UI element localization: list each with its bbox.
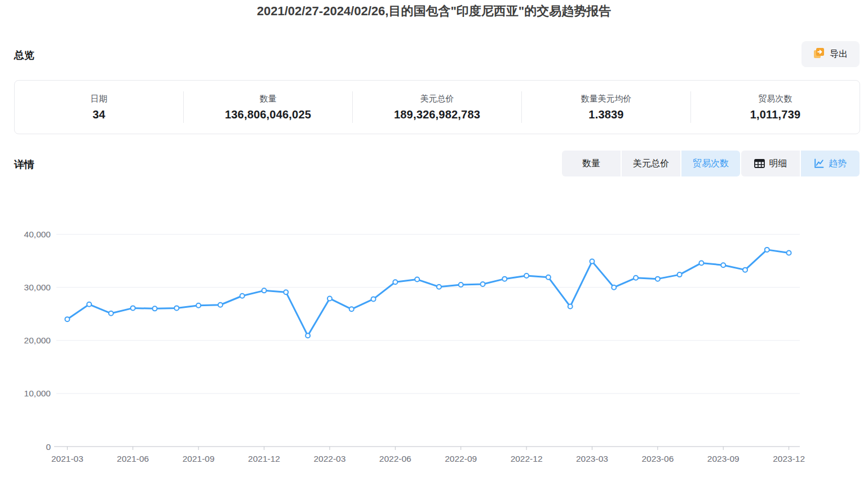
data-point[interactable] <box>109 311 113 316</box>
export-file-icon <box>813 47 825 61</box>
data-point[interactable] <box>677 272 682 277</box>
data-point[interactable] <box>196 303 201 308</box>
data-point[interactable] <box>524 273 529 278</box>
svg-text:2022-06: 2022-06 <box>379 454 411 463</box>
svg-text:2021-12: 2021-12 <box>248 454 280 463</box>
data-point[interactable] <box>699 260 703 265</box>
view-detail-button[interactable]: 明细 <box>741 151 800 176</box>
stat-avg-usd-price: 数量美元均价 1.3839 <box>522 94 690 121</box>
stat-label: 数量美元均价 <box>581 94 632 104</box>
export-button[interactable]: 导出 <box>801 41 860 67</box>
data-point[interactable] <box>371 297 376 301</box>
stat-value: 136,806,046,025 <box>225 108 311 121</box>
tab-quantity[interactable]: 数量 <box>562 151 621 176</box>
stat-label: 美元总价 <box>420 94 454 104</box>
data-point[interactable] <box>502 277 507 281</box>
svg-text:2023-09: 2023-09 <box>707 454 739 463</box>
tab-trade-count[interactable]: 贸易次数 <box>681 151 740 176</box>
view-trend-label: 趋势 <box>829 158 847 170</box>
data-point[interactable] <box>721 263 725 267</box>
stat-value: 34 <box>92 108 105 121</box>
svg-text:2023-03: 2023-03 <box>576 454 608 463</box>
data-point[interactable] <box>174 306 179 310</box>
stat-label: 数量 <box>260 94 277 104</box>
svg-text:2023-12: 2023-12 <box>773 454 805 463</box>
details-heading: 详情 <box>14 158 34 171</box>
data-point[interactable] <box>612 285 616 290</box>
svg-text:2022-12: 2022-12 <box>511 454 543 463</box>
svg-text:2022-03: 2022-03 <box>313 454 346 463</box>
y-axis-labels: 010,00020,00030,00040,000 <box>24 229 51 451</box>
svg-text:0: 0 <box>46 442 51 452</box>
svg-text:2022-09: 2022-09 <box>445 454 477 463</box>
data-points[interactable] <box>65 248 791 338</box>
stat-value: 1,011,739 <box>750 108 801 121</box>
overview-heading: 总览 <box>14 48 34 62</box>
data-point[interactable] <box>568 304 573 309</box>
tab-usd-total[interactable]: 美元总价 <box>622 151 680 176</box>
trend-chart-icon <box>814 158 824 169</box>
stat-value: 189,326,982,783 <box>394 108 480 121</box>
view-detail-label: 明细 <box>769 158 787 170</box>
stat-label: 贸易次数 <box>759 94 792 104</box>
data-point[interactable] <box>787 251 791 255</box>
overview-card: 日期 34 数量 136,806,046,025 美元总价 189,326,98… <box>14 80 860 134</box>
view-tab-group: 明细 趋势 <box>741 151 860 176</box>
data-point[interactable] <box>765 248 769 252</box>
data-point[interactable] <box>459 282 463 287</box>
data-point[interactable] <box>153 306 157 311</box>
view-trend-button[interactable]: 趋势 <box>801 151 860 176</box>
data-point[interactable] <box>327 296 332 301</box>
trade-trend-report-page: 2021/02/27-2024/02/26,目的国包含"印度尼西亚"的交易趋势报… <box>0 0 868 477</box>
svg-text:2021-09: 2021-09 <box>183 454 215 463</box>
trend-line <box>67 250 789 335</box>
data-point[interactable] <box>131 306 135 310</box>
trend-chart[interactable]: 010,00020,00030,00040,0002021-032021-062… <box>0 209 868 477</box>
svg-text:2021-06: 2021-06 <box>117 454 149 463</box>
svg-text:30,000: 30,000 <box>24 282 51 292</box>
trend-chart-svg[interactable]: 010,00020,00030,00040,0002021-032021-062… <box>0 209 868 477</box>
y-gridlines <box>56 235 800 394</box>
svg-text:2021-03: 2021-03 <box>51 454 83 463</box>
data-point[interactable] <box>415 277 419 282</box>
stat-quantity: 数量 136,806,046,025 <box>184 94 352 121</box>
x-axis-labels: 2021-032021-062021-092021-122022-032022-… <box>51 447 805 463</box>
svg-text:10,000: 10,000 <box>24 388 51 398</box>
data-point[interactable] <box>743 268 747 272</box>
data-point[interactable] <box>480 282 485 286</box>
metric-tab-group: 数量 美元总价 贸易次数 <box>562 151 740 176</box>
page-title: 2021/02/27-2024/02/26,目的国包含"印度尼西亚"的交易趋势报… <box>0 3 868 20</box>
stat-date: 日期 34 <box>15 94 183 121</box>
data-point[interactable] <box>590 259 594 264</box>
data-point[interactable] <box>393 280 397 284</box>
data-point[interactable] <box>65 317 69 321</box>
data-point[interactable] <box>262 288 267 293</box>
data-point[interactable] <box>349 307 354 311</box>
svg-text:40,000: 40,000 <box>24 229 51 239</box>
data-point[interactable] <box>240 294 245 298</box>
stat-label: 日期 <box>91 94 108 104</box>
data-point[interactable] <box>634 276 638 280</box>
data-point[interactable] <box>656 277 660 281</box>
data-point[interactable] <box>305 333 310 338</box>
export-button-label: 导出 <box>830 48 848 60</box>
stat-value: 1.3839 <box>588 108 623 121</box>
data-point[interactable] <box>546 275 551 280</box>
svg-text:20,000: 20,000 <box>24 335 51 345</box>
data-point[interactable] <box>87 302 91 307</box>
data-point[interactable] <box>437 285 441 289</box>
data-point[interactable] <box>218 303 223 307</box>
stat-usd-total: 美元总价 189,326,982,783 <box>353 94 521 121</box>
stat-trade-count: 贸易次数 1,011,739 <box>691 94 860 121</box>
data-point[interactable] <box>284 290 288 294</box>
svg-text:2023-06: 2023-06 <box>641 454 674 463</box>
table-icon <box>754 159 765 168</box>
